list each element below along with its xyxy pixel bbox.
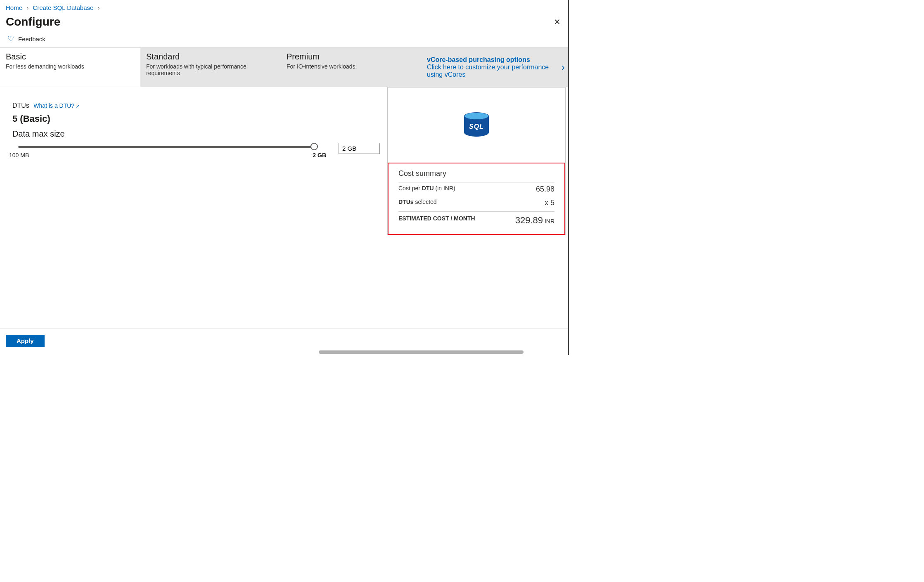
tier-premium[interactable]: Premium For IO-intensive workloads. [281, 48, 421, 87]
data-size-slider[interactable] [12, 144, 318, 148]
chevron-right-icon: › [26, 4, 28, 11]
vcore-title: vCore-based purchasing options [427, 56, 559, 64]
breadcrumb-create-sql-database[interactable]: Create SQL Database [33, 4, 93, 11]
tier-premium-title: Premium [287, 52, 417, 62]
cost-per-dtu-value: 65.98 [536, 185, 554, 194]
tier-premium-desc: For IO-intensive workloads. [287, 63, 417, 70]
apply-button[interactable]: Apply [6, 335, 45, 347]
tier-basic-desc: For less demanding workloads [6, 63, 136, 70]
cost-summary-title: Cost summary [398, 169, 554, 182]
cost-per-dtu-label: Cost per DTU (in INR) [398, 185, 455, 194]
dtu-label: DTUs [12, 102, 29, 109]
external-link-icon: ↗ [76, 103, 80, 109]
tier-basic[interactable]: Basic For less demanding workloads [0, 48, 140, 87]
cost-summary: Cost summary Cost per DTU (in INR) 65.98… [388, 163, 565, 235]
tier-basic-title: Basic [6, 52, 136, 62]
heart-icon: ♡ [7, 34, 14, 43]
horizontal-scrollbar[interactable] [0, 350, 569, 355]
right-border [568, 0, 569, 355]
sql-database-icon: SQL [464, 112, 489, 142]
dtus-selected-label: DTUs selected [398, 199, 437, 207]
feedback-link[interactable]: Feedback [18, 35, 45, 43]
slider-max-label: 2 GB [313, 152, 326, 159]
slider-min-label: 100 MB [9, 152, 29, 159]
page-title: Configure [6, 15, 60, 28]
cost-panel: SQL Cost summary Cost per DTU (in INR) 6… [387, 87, 566, 235]
breadcrumb: Home › Create SQL Database › [0, 0, 569, 14]
vcore-desc: Click here to customize your performance… [427, 64, 549, 78]
data-size-input[interactable] [339, 143, 380, 154]
chevron-right-icon[interactable]: › [559, 62, 567, 73]
dtus-selected-value: x 5 [545, 199, 554, 207]
close-icon[interactable]: ✕ [551, 15, 563, 28]
tier-standard-title: Standard [146, 52, 277, 62]
tier-standard-desc: For workloads with typical performance r… [146, 63, 277, 76]
tier-tabs: Basic For less demanding workloads Stand… [0, 48, 569, 87]
chevron-right-icon: › [98, 4, 100, 11]
breadcrumb-home[interactable]: Home [6, 4, 22, 11]
slider-thumb[interactable] [310, 143, 318, 150]
tier-vcore[interactable]: vCore-based purchasing options Click her… [421, 48, 569, 87]
estimated-cost-label: ESTIMATED COST / MONTH [398, 215, 475, 226]
what-is-dtu-link[interactable]: What is a DTU? [33, 102, 74, 109]
estimated-cost-value: 329.89 INR [515, 215, 554, 226]
tier-standard[interactable]: Standard For workloads with typical perf… [140, 48, 281, 87]
